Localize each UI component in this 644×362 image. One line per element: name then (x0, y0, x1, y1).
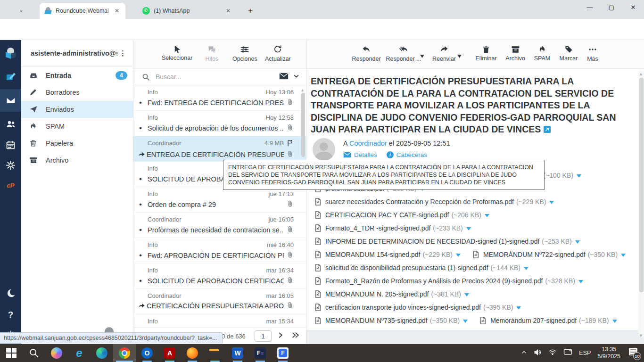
attachment[interactable]: MEMORANDUM N. 205-signed.pdf (~381 KB) (315, 290, 469, 298)
message-row[interactable]: Coordinador jue 16:05 • Proformas de n (133, 213, 306, 238)
window-minimize-button[interactable]: — (579, 0, 601, 16)
tab-search-button[interactable]: ⌄ (15, 4, 27, 16)
start-button[interactable] (0, 344, 23, 362)
tray-chevron-icon[interactable] (521, 349, 527, 357)
outlook-icon[interactable]: O (136, 344, 158, 362)
forward-button[interactable]: Reenviar (429, 45, 459, 62)
threads-button[interactable]: Hilos (198, 45, 225, 62)
compose-button[interactable] (0, 67, 21, 86)
search-input[interactable] (155, 73, 279, 81)
volume-icon[interactable] (534, 348, 542, 358)
recipient-link[interactable]: Coordinador (349, 140, 387, 147)
f-app-icon[interactable]: F (272, 344, 294, 362)
message-row[interactable]: Info mar 16:34 • SOLICITUD DE APROBACI (133, 263, 306, 289)
attachment[interactable]: certificacion transporte judo vinces-sig… (315, 303, 521, 312)
attachment-menu-caret-icon[interactable] (575, 237, 580, 246)
message-row[interactable]: Info mié 16:40 • Fwd: APROBACIÓN DE CE (133, 238, 306, 263)
message-row[interactable]: Coordinador mar 16:05 • CERTIFICACIÓN (133, 289, 306, 314)
wifi-icon[interactable] (548, 348, 557, 358)
attachment[interactable]: Memorándum 207-signed.pdf (~189 KB) (480, 316, 617, 325)
attachment[interactable]: MEMORÁNDUM Nº735-signed.pdf (~350 KB) (315, 316, 468, 325)
select-button[interactable]: Seleccionar (162, 45, 192, 61)
attachment-menu-caret-icon[interactable] (456, 250, 461, 259)
options-button[interactable]: Opciones (231, 45, 258, 62)
firefox-icon[interactable] (181, 344, 204, 362)
headers-link[interactable]: i Cabeceras (387, 151, 427, 158)
refresh-button[interactable]: Actualizar (264, 45, 291, 62)
sidebar-item-archivo[interactable]: Archivo (21, 152, 133, 169)
sidebar-item-spam[interactable]: SPAM (21, 118, 133, 135)
more-button[interactable]: Más (584, 45, 601, 62)
attachment-menu-caret-icon[interactable] (621, 250, 626, 259)
attachment-menu-caret-icon[interactable] (464, 290, 469, 298)
attachment[interactable]: solicitud de disponibilidad presupuestar… (315, 263, 528, 272)
sidebar-item-enviados[interactable]: Enviados (21, 101, 133, 118)
attachment[interactable]: MEMORANDUM 154-signed.pdf (~229 KB) (315, 250, 461, 259)
folder-menu-icon[interactable]: ⋮ (117, 49, 128, 58)
details-link[interactable]: Detalles (343, 151, 377, 158)
acrobat-icon[interactable]: A (158, 344, 181, 362)
edge-icon[interactable] (91, 344, 113, 362)
message-row[interactable]: Info Hoy 13:06 • Fwd: ENTREGA DE CERTI (133, 85, 306, 111)
attachment[interactable]: Formato_4_TDR -signed-signed.pdf (~233 K… (315, 224, 471, 232)
attachment-menu-caret-icon[interactable] (549, 197, 554, 206)
attachment[interactable]: MEMORÁNDUM Nº722-signed.pdf (~350 KB) (473, 250, 626, 259)
message-row[interactable]: Info jue 17:13 • Orden de compra # 29 (133, 187, 306, 213)
attachment-menu-caret-icon[interactable] (612, 316, 617, 325)
archive-button[interactable]: Archivo (503, 45, 528, 62)
cpanel-icon[interactable]: cP (0, 176, 21, 195)
reply-all-caret-icon[interactable] (420, 51, 424, 60)
help-icon[interactable]: ? (0, 305, 21, 324)
mail-scroll-up-icon[interactable]: ▲ (639, 72, 643, 76)
mark-button[interactable]: Marcar (557, 45, 580, 62)
last-page-icon[interactable] (291, 332, 300, 340)
list-scroll-up-icon[interactable]: ▲ (300, 88, 305, 92)
mail-scrollbar-thumb[interactable] (639, 78, 644, 292)
open-in-new-window-icon[interactable] (544, 126, 551, 133)
list-scrollbar-thumb[interactable] (301, 93, 305, 157)
forward-caret-icon[interactable] (457, 51, 462, 60)
attachment[interactable]: CERTIFICACION PAC Y CATE-signed.pdf (~20… (315, 211, 489, 219)
internet-explorer-icon[interactable]: e (68, 344, 91, 362)
attachment-menu-caret-icon[interactable] (524, 263, 528, 272)
notification-center-icon[interactable]: 10 (627, 348, 639, 358)
close-tab-icon[interactable]: ✕ (113, 7, 121, 15)
fes-app-icon[interactable]: F≈ (249, 344, 272, 362)
spam-button[interactable]: SPAM (531, 45, 553, 62)
contacts-nav-icon[interactable] (0, 115, 21, 133)
taskbar-search-icon[interactable] (23, 344, 45, 362)
sidebar-item-borradores[interactable]: Borradores (21, 84, 133, 101)
attachment-menu-caret-icon[interactable] (485, 211, 489, 219)
reply-button[interactable]: Responder (351, 45, 381, 62)
tab-whatsapp[interactable]: (1) WhatsApp ✕ (138, 3, 238, 19)
window-maximize-button[interactable]: ▢ (601, 0, 622, 16)
page-number-input[interactable] (255, 330, 272, 342)
attachment-menu-caret-icon[interactable] (577, 171, 581, 180)
attachment-menu-caret-icon[interactable] (466, 224, 471, 232)
file-explorer-icon[interactable] (204, 344, 226, 362)
next-page-icon[interactable] (277, 332, 284, 340)
message-row[interactable]: Info Hoy 12:58 • Solicitud de aprobaci (133, 111, 306, 136)
flag-icon[interactable] (287, 140, 294, 148)
sidebar-item-papelera[interactable]: Papelera (21, 135, 133, 152)
attachment[interactable]: Formato_8_Razón de Proformas y Análisis … (315, 277, 583, 285)
attachment-menu-caret-icon[interactable] (463, 316, 468, 325)
attachment[interactable]: suarez necesidades Contratación y Recepc… (315, 197, 554, 206)
sidebar-item-entrada[interactable]: Entrada 4 (21, 67, 133, 84)
mail-nav-icon[interactable] (0, 89, 21, 112)
attachment[interactable]: INFORME DE DETERMINACION DE NECESIDAD-si… (315, 237, 580, 246)
search-scope-icon[interactable] (279, 73, 289, 82)
copilot-icon[interactable] (45, 344, 68, 362)
window-close-button[interactable]: ✕ (622, 0, 644, 16)
clock[interactable]: 13:35 5/9/2025 (597, 346, 620, 360)
reply-all-button[interactable]: Responder ... (385, 45, 422, 62)
tab-roundcube[interactable]: Roundcube Webmail :: Enviados ✕ (40, 3, 125, 19)
calendar-nav-icon[interactable] (0, 135, 21, 154)
settings-gear-icon[interactable] (0, 156, 21, 174)
mail-scroll-down-icon[interactable]: ▼ (639, 333, 643, 338)
search-options-chevron-icon[interactable] (293, 73, 299, 81)
word-icon[interactable]: W (226, 344, 249, 362)
language-indicator[interactable]: ESP (579, 350, 591, 356)
attachment-menu-caret-icon[interactable] (516, 303, 521, 312)
cast-icon[interactable] (563, 348, 572, 358)
